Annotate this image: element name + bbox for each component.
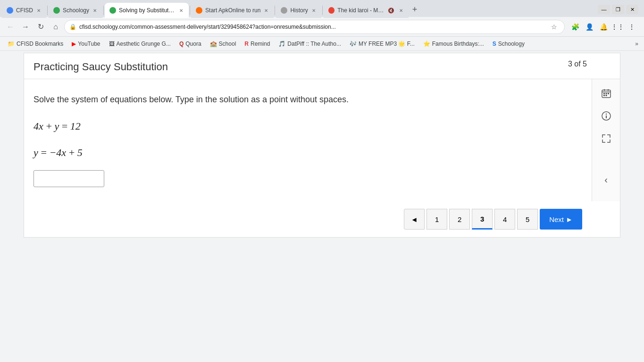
settings-button[interactable]: ⋮ bbox=[625, 20, 638, 33]
bookmark-label-youtube: YouTube bbox=[78, 41, 100, 47]
bookmark-icon-mp3: 🎶 bbox=[350, 41, 357, 47]
bookmark-quora[interactable]: Q Quora bbox=[176, 39, 205, 49]
tab-separator-2 bbox=[103, 6, 104, 15]
address-text: cfisd.schoology.com/common-assessment-de… bbox=[79, 24, 545, 30]
bookmark-school[interactable]: 🏫 School bbox=[206, 39, 240, 49]
extensions-button[interactable]: 🧩 bbox=[569, 20, 582, 33]
tab-favicon-schoology bbox=[53, 7, 60, 14]
bookmark-datpiff[interactable]: 🎵 DatPiff :: The Autho... bbox=[275, 39, 345, 49]
content-wrapper: Solve the system of equations below. Typ… bbox=[24, 79, 620, 201]
tab-label-apkonline: Start ApkOnline to run bbox=[205, 7, 260, 14]
tab-kidlaroi[interactable]: The kid laroi - MY... 🔇 ✕ bbox=[324, 3, 409, 18]
forward-button[interactable]: → bbox=[19, 20, 32, 33]
tab-history[interactable]: History ✕ bbox=[276, 3, 321, 18]
address-bar[interactable]: 🔒 cfisd.schoology.com/common-assessment-… bbox=[64, 20, 565, 34]
page-button-5[interactable]: 5 bbox=[517, 209, 538, 230]
answer-input-wrapper bbox=[33, 170, 582, 187]
tab-favicon-cfisd bbox=[7, 7, 13, 14]
info-sidebar-button[interactable] bbox=[597, 107, 616, 125]
collapse-icon: ‹ bbox=[604, 174, 608, 185]
tab-favicon-kidlaroi bbox=[328, 7, 335, 14]
page-button-2[interactable]: 2 bbox=[449, 209, 470, 230]
equation-2: y = −4x + 5 bbox=[33, 147, 582, 159]
tab-favicon-solving bbox=[109, 7, 116, 14]
answer-text-input[interactable] bbox=[33, 170, 104, 187]
equation-1: 4x + y = 12 bbox=[33, 120, 582, 132]
bookmarks-more-button[interactable]: » bbox=[633, 41, 640, 47]
bookmark-birthdays[interactable]: ⭐ Famous Birthdays:... bbox=[419, 39, 488, 49]
expand-sidebar-button[interactable] bbox=[597, 129, 616, 148]
next-button[interactable]: Next ► bbox=[540, 209, 582, 230]
tab-close-apkonline[interactable]: ✕ bbox=[263, 7, 269, 14]
browser-chrome: CFISD ✕ Schoology ✕ Solving by Substitut… bbox=[0, 0, 644, 51]
page-button-3[interactable]: 3 bbox=[472, 209, 493, 230]
back-button[interactable]: ← bbox=[4, 20, 17, 33]
bookmark-icon-quora: Q bbox=[179, 41, 184, 47]
bookmark-icon-datpiff: 🎵 bbox=[278, 41, 285, 47]
tab-separator-4 bbox=[275, 6, 275, 15]
tab-bar: CFISD ✕ Schoology ✕ Solving by Substitut… bbox=[0, 0, 644, 17]
tab-schoology[interactable]: Schoology ✕ bbox=[49, 3, 102, 18]
bookmark-cfisd[interactable]: 📁 CFISD Bookmarks bbox=[4, 39, 67, 49]
bookmark-schoology2[interactable]: S Schoology bbox=[489, 39, 528, 49]
collapse-sidebar-button[interactable]: ‹ bbox=[597, 170, 616, 189]
apps-button[interactable]: ⋮⋮ bbox=[611, 20, 624, 33]
bookmark-icon-schoology2: S bbox=[493, 41, 496, 47]
page-label-1: 1 bbox=[435, 215, 439, 223]
page-label-5: 5 bbox=[526, 215, 529, 223]
profile-button[interactable]: 👤 bbox=[583, 20, 596, 33]
bookmark-icon-remind: R bbox=[244, 41, 249, 47]
tab-close-cfisd[interactable]: ✕ bbox=[36, 7, 42, 14]
svg-rect-4 bbox=[603, 93, 605, 94]
bookmark-mp3[interactable]: 🎶 MY FREE MP3 🌟 F... bbox=[346, 39, 418, 49]
prev-page-button[interactable]: ◄ bbox=[404, 209, 425, 230]
bookmark-label-mp3: MY FREE MP3 🌟 F... bbox=[359, 41, 415, 47]
reload-button[interactable]: ↻ bbox=[34, 20, 47, 33]
svg-point-11 bbox=[605, 114, 606, 115]
notifications-button[interactable]: 🔔 bbox=[597, 20, 610, 33]
tab-close-kidlaroi[interactable]: ✕ bbox=[398, 7, 404, 14]
minimize-button[interactable]: — bbox=[598, 5, 610, 14]
tab-separator-3 bbox=[190, 6, 190, 15]
calendar-sidebar-button[interactable] bbox=[597, 84, 616, 103]
page-label-4: 4 bbox=[503, 215, 507, 223]
bookmark-label-school: School bbox=[219, 41, 236, 47]
tab-close-history[interactable]: ✕ bbox=[311, 7, 317, 14]
bookmark-remind[interactable]: R Remind bbox=[241, 39, 274, 49]
address-bar-row: ← → ↻ ⌂ 🔒 cfisd.schoology.com/common-ass… bbox=[0, 17, 644, 37]
bookmark-icon-birthdays: ⭐ bbox=[423, 41, 430, 47]
tab-apkonline[interactable]: Start ApkOnline to run ✕ bbox=[191, 3, 274, 18]
svg-rect-7 bbox=[603, 95, 605, 96]
svg-rect-8 bbox=[605, 95, 607, 96]
tab-cfisd[interactable]: CFISD ✕ bbox=[2, 3, 46, 18]
address-actions: ☆ bbox=[548, 21, 560, 33]
tab-mute-kidlaroi[interactable]: 🔇 bbox=[388, 8, 394, 14]
tab-separator-1 bbox=[47, 6, 48, 15]
close-button[interactable]: ✕ bbox=[626, 5, 638, 14]
tab-separator-5 bbox=[322, 6, 323, 15]
tab-favicon-apkonline bbox=[196, 7, 202, 14]
tab-close-schoology[interactable]: ✕ bbox=[92, 7, 98, 14]
bookmark-label-aesthetic: Aesthetic Grunge G... bbox=[117, 41, 171, 47]
restore-button[interactable]: ❐ bbox=[612, 5, 624, 14]
window-controls: — ❐ ✕ bbox=[598, 5, 642, 14]
bookmarks-bar: 📁 CFISD Bookmarks ▶ YouTube 🖼 Aesthetic … bbox=[0, 37, 644, 51]
bookmark-label-remind: Remind bbox=[251, 41, 270, 47]
question-instruction: Solve the system of equations below. Typ… bbox=[33, 93, 582, 106]
bookmark-label-quora: Quora bbox=[185, 41, 201, 47]
sidebar-panel: ‹ bbox=[592, 79, 620, 201]
new-tab-button[interactable]: + bbox=[409, 5, 421, 15]
bookmark-star-button[interactable]: ☆ bbox=[548, 21, 560, 33]
next-label: Next ► bbox=[549, 215, 573, 223]
question-area: Solve the system of equations below. Typ… bbox=[24, 79, 592, 201]
page-button-4[interactable]: 4 bbox=[494, 209, 515, 230]
lock-icon: 🔒 bbox=[69, 24, 76, 30]
home-button[interactable]: ⌂ bbox=[49, 20, 62, 33]
tab-favicon-history bbox=[281, 7, 287, 14]
tab-label-schoology: Schoology bbox=[63, 7, 89, 14]
bookmark-aesthetic[interactable]: 🖼 Aesthetic Grunge G... bbox=[105, 39, 175, 49]
page-button-1[interactable]: 1 bbox=[427, 209, 447, 230]
tab-solving[interactable]: Solving by Substitution ✕ bbox=[105, 3, 189, 18]
tab-close-solving[interactable]: ✕ bbox=[178, 7, 184, 14]
bookmark-youtube[interactable]: ▶ YouTube bbox=[68, 39, 104, 49]
